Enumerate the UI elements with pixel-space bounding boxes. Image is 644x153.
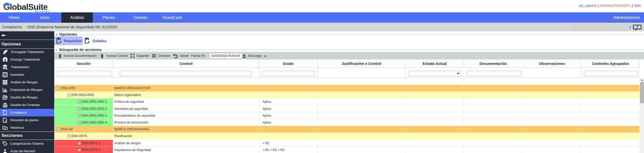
svg-text:?: ? bbox=[636, 25, 638, 29]
